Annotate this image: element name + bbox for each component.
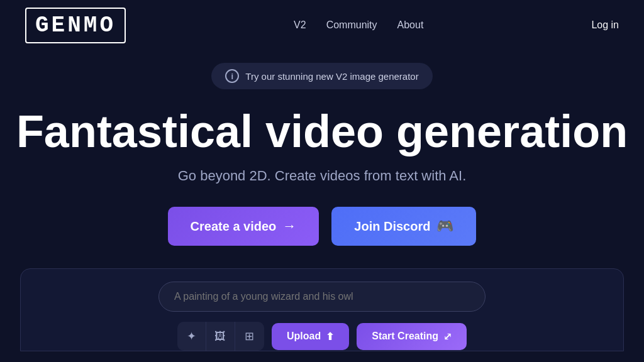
nav: V2 Community About [294,19,423,31]
gallery-icon-button[interactable]: ⊞ [235,322,264,351]
upload-button[interactable]: Upload ⬆ [272,323,349,350]
login-button[interactable]: Log in [591,19,619,31]
prompt-input-wrapper[interactable] [158,282,486,312]
image-icon-button[interactable]: 🖼 [206,322,235,351]
join-discord-button[interactable]: Join Discord 🎮 [331,207,476,246]
cta-buttons: Create a video → Join Discord 🎮 [168,207,477,246]
bottom-controls: ✦ 🖼 ⊞ Upload ⬆ Start Creating ⤢ [177,322,467,351]
logo-text: GENMO [25,8,126,43]
hero-subtitle: Go beyond 2D. Create videos from text wi… [178,168,467,184]
discord-label: Join Discord [354,219,430,234]
banner-text: Try our stunning new V2 image generator [245,71,418,82]
nav-item-about[interactable]: About [397,19,424,31]
upload-icon: ⬆ [326,331,334,343]
nav-item-v2[interactable]: V2 [294,19,306,31]
prompt-input[interactable] [174,291,470,302]
start-creating-button[interactable]: Start Creating ⤢ [357,323,467,350]
nav-item-community[interactable]: Community [326,19,377,31]
start-label: Start Creating [372,331,438,342]
header: GENMO V2 Community About Log in [0,0,644,50]
creation-panel: ✦ 🖼 ⊞ Upload ⬆ Start Creating ⤢ [20,268,624,351]
announcement-banner[interactable]: i Try our stunning new V2 image generato… [211,63,432,89]
create-label: Create a video [191,219,277,234]
upload-label: Upload [287,331,321,342]
logo: GENMO [25,8,126,43]
main-content: i Try our stunning new V2 image generato… [0,50,644,351]
magic-icon-button[interactable]: ✦ [177,322,206,351]
expand-icon: ⤢ [443,331,452,343]
gallery-icon: ⊞ [245,329,254,343]
hero-title: Fantastical video generation [16,107,628,156]
arrow-icon: → [282,218,296,234]
media-icon-group: ✦ 🖼 ⊞ [177,322,264,351]
create-video-button[interactable]: Create a video → [168,207,319,246]
magic-icon: ✦ [187,329,196,343]
discord-icon: 🎮 [436,218,453,234]
info-icon: i [225,69,239,83]
image-icon: 🖼 [214,330,226,343]
